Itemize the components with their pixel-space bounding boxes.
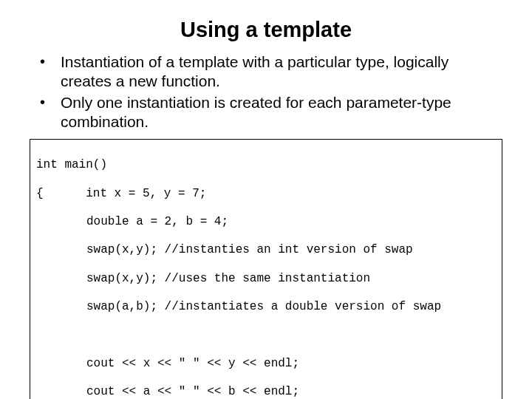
bullet-list: Instantiation of a template with a parti… — [30, 52, 502, 132]
bullet-item: Instantiation of a template with a parti… — [30, 52, 502, 92]
code-line: cout << x << " " << y << endl; — [36, 357, 496, 371]
code-line: swap(x,y); //instanties an int version o… — [36, 243, 496, 257]
code-line: swap(x,y); //uses the same instantiation — [36, 272, 496, 286]
slide-title: Using a template — [30, 18, 502, 42]
code-line: cout << a << " " << b << endl; — [36, 385, 496, 399]
bullet-item: Only one instantiation is created for ea… — [30, 93, 502, 132]
code-line: swap(a,b); //instantiates a double versi… — [36, 300, 496, 314]
code-box: int main() { int x = 5, y = 7; double a … — [30, 139, 502, 399]
code-line: int main() — [36, 158, 496, 172]
code-line: { int x = 5, y = 7; — [36, 187, 496, 201]
code-line: double a = 2, b = 4; — [36, 215, 496, 229]
blank-line — [36, 328, 496, 342]
